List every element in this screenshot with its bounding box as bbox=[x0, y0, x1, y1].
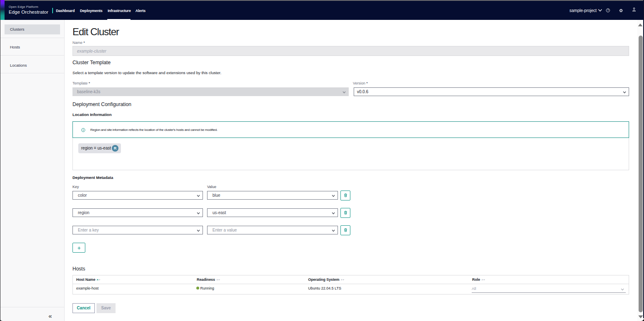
svg-text:?: ? bbox=[607, 9, 609, 12]
